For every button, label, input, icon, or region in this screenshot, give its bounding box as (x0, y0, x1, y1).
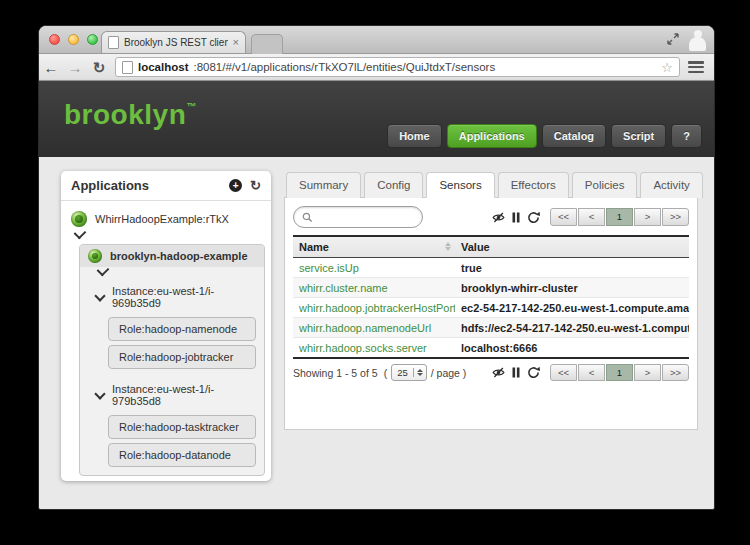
table-header-row: Name Value (293, 236, 689, 258)
tree-root-item[interactable]: WhirrHadoopExample:rTkX (67, 208, 265, 230)
page-size-select[interactable]: 25 (391, 364, 427, 381)
table-footer: Showing 1 - 5 of 5 ( 25 / page ) (293, 364, 689, 381)
table-toolbar: << < 1 > >> (293, 206, 689, 228)
zoom-window-button[interactable] (87, 34, 98, 45)
nav-applications-button[interactable]: Applications (447, 124, 537, 148)
new-tab-button[interactable] (251, 34, 283, 54)
toggle-visibility-icon[interactable] (492, 211, 505, 224)
app-body: Applications + ↻ WhirrHadoopExample:rTkX… (39, 157, 714, 509)
status-orb-icon (88, 249, 102, 263)
sensor-name[interactable]: whirr.hadoop.namenodeUrl (293, 318, 455, 338)
pagination-page-button[interactable]: 1 (606, 208, 633, 225)
pagination-prev-button[interactable]: < (578, 364, 605, 381)
toggle-visibility-icon[interactable] (492, 366, 505, 379)
search-input[interactable] (317, 211, 414, 224)
menu-icon[interactable] (688, 61, 704, 73)
back-icon[interactable]: ← (39, 60, 63, 75)
tree-app-item[interactable]: brooklyn-hadoop-example (80, 245, 264, 267)
refresh-icon[interactable] (527, 366, 540, 379)
applications-panel-title: Applications (71, 178, 229, 193)
tab-config[interactable]: Config (364, 172, 423, 198)
search-box[interactable] (293, 206, 423, 228)
sensor-value: ec2-54-217-142-250.eu-west-1.compute.ama… (455, 298, 689, 318)
table-row[interactable]: whirr.cluster.name brooklyn-whirr-cluste… (293, 278, 689, 298)
tree-role-item[interactable]: Role:hadoop-jobtracker (108, 345, 256, 369)
sensor-name[interactable]: service.isUp (293, 258, 455, 278)
page-icon (122, 61, 133, 74)
reload-icon[interactable]: ↻ (87, 60, 111, 75)
stepper-icon (413, 368, 426, 377)
window-controls (49, 34, 98, 45)
trademark: ™ (186, 101, 197, 112)
page-size-value: 25 (392, 367, 413, 378)
bookmark-star-icon[interactable]: ☆ (661, 60, 673, 75)
status-orb-icon (71, 211, 87, 227)
sensor-name[interactable]: whirr.hadoop.socks.server (293, 338, 455, 359)
tree-instance-item[interactable]: Instance:eu-west-1/i-969b35d9 (94, 281, 260, 313)
pause-icon[interactable] (512, 367, 520, 378)
brooklyn-logo: brooklyn™ (64, 99, 197, 131)
tab-activity[interactable]: Activity (640, 172, 702, 198)
refresh-icon[interactable] (527, 211, 540, 224)
pagination-first-button[interactable]: << (550, 208, 577, 225)
tree-root-label: WhirrHadoopExample:rTkX (95, 213, 229, 225)
column-header-value[interactable]: Value (455, 236, 689, 258)
sort-icon[interactable] (445, 242, 451, 251)
table-row[interactable]: whirr.hadoop.socks.server localhost:6666 (293, 338, 689, 359)
tree-role-item[interactable]: Role:hadoop-tasktracker (108, 415, 256, 439)
sensor-name[interactable]: whirr.cluster.name (293, 278, 455, 298)
table-row[interactable]: service.isUp true (293, 258, 689, 278)
instance-label: Instance:eu-west-1/i-979b35d8 (112, 383, 258, 407)
forward-icon[interactable]: → (63, 60, 87, 75)
pagination-page-button[interactable]: 1 (606, 364, 633, 381)
app-header: brooklyn™ Home Applications Catalog Scri… (39, 81, 714, 157)
pagination-last-button[interactable]: >> (662, 364, 689, 381)
application-tree: WhirrHadoopExample:rTkX brooklyn-hadoop-… (61, 201, 271, 483)
pagination-next-button[interactable]: > (634, 208, 661, 225)
nav-help-button[interactable]: ? (671, 124, 702, 148)
nav-script-button[interactable]: Script (611, 124, 666, 148)
sensors-tab-content: << < 1 > >> Name (284, 198, 698, 430)
nav-home-button[interactable]: Home (387, 124, 442, 148)
browser-tab-strip: Brooklyn JS REST client × (39, 26, 714, 54)
chevron-down-icon[interactable] (94, 290, 105, 301)
address-bar[interactable]: localhost :8081/#/v1/applications/rTkXO7… (115, 57, 680, 77)
table-action-icons (492, 211, 540, 224)
nav-catalog-button[interactable]: Catalog (542, 124, 606, 148)
tab-effectors[interactable]: Effectors (498, 172, 569, 198)
close-window-button[interactable] (49, 34, 60, 45)
tree-role-item[interactable]: Role:hadoop-namenode (108, 317, 256, 341)
detail-tabs: Summary Config Sensors Effectors Policie… (284, 171, 698, 198)
browser-tab[interactable]: Brooklyn JS REST client × (101, 31, 246, 53)
add-application-icon[interactable]: + (229, 179, 242, 192)
tab-title: Brooklyn JS REST client (124, 37, 228, 48)
sensor-value: true (455, 258, 689, 278)
pagination-prev-button[interactable]: < (578, 208, 605, 225)
tab-summary[interactable]: Summary (286, 172, 361, 198)
search-icon (302, 212, 313, 223)
refresh-tree-icon[interactable]: ↻ (250, 179, 261, 192)
pagination-top: << < 1 > >> (550, 208, 689, 225)
per-page-label: / page ) (431, 367, 467, 379)
table-row[interactable]: whirr.hadoop.namenodeUrl hdfs://ec2-54-2… (293, 318, 689, 338)
favicon-icon (108, 36, 119, 49)
browser-window: Brooklyn JS REST client × ← → ↻ localhos… (38, 25, 715, 510)
tree-instance-item[interactable]: Instance:eu-west-1/i-979b35d8 (94, 379, 260, 411)
tree-role-item[interactable]: Role:hadoop-datanode (108, 443, 256, 467)
tab-sensors[interactable]: Sensors (426, 172, 494, 198)
sensor-name[interactable]: whirr.hadoop.jobtrackerHostPort (293, 298, 455, 318)
expand-icon[interactable] (667, 33, 679, 45)
column-header-name[interactable]: Name (293, 236, 455, 258)
pagination-first-button[interactable]: << (550, 364, 577, 381)
pagination-next-button[interactable]: > (634, 364, 661, 381)
sensors-table: Name Value service.isUp true (293, 235, 689, 359)
chevron-down-icon[interactable] (94, 388, 105, 399)
tab-policies[interactable]: Policies (572, 172, 638, 198)
minimize-window-button[interactable] (68, 34, 79, 45)
pause-icon[interactable] (512, 212, 520, 223)
tab-close-icon[interactable]: × (233, 37, 239, 48)
url-path: :8081/#/v1/applications/rTkXO7lL/entitie… (193, 61, 656, 73)
profile-icon[interactable] (689, 30, 706, 51)
table-row[interactable]: whirr.hadoop.jobtrackerHostPort ec2-54-2… (293, 298, 689, 318)
pagination-last-button[interactable]: >> (662, 208, 689, 225)
